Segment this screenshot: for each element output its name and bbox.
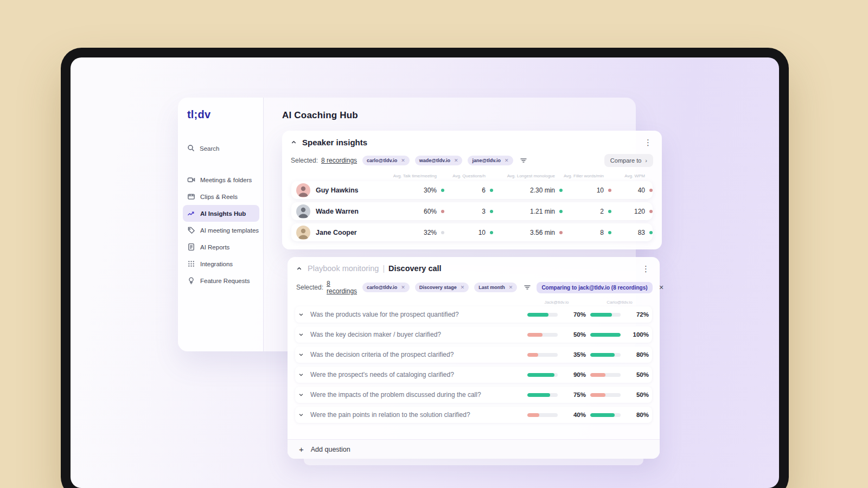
selected-count-link[interactable]: 8 recordings xyxy=(321,157,357,164)
metric-value: 10 xyxy=(597,187,604,194)
filter-chip[interactable]: carlo@tldv.io ✕ xyxy=(362,156,410,165)
avatar xyxy=(296,226,310,240)
metric-value: 83 xyxy=(638,229,645,236)
chip-close-icon[interactable]: ✕ xyxy=(401,158,405,163)
sidebar-item-meetings-folders[interactable]: Meetings & folders xyxy=(183,171,259,188)
question-text: Was the key decision maker / buyer clari… xyxy=(310,331,523,338)
chip-close-icon[interactable]: ✕ xyxy=(505,158,509,163)
chevron-down-icon[interactable] xyxy=(298,412,306,418)
progress-value: 40% xyxy=(562,412,586,418)
progress-bar xyxy=(527,413,558,417)
filter-chip[interactable]: jane@tldv.io ✕ xyxy=(468,156,513,165)
chevron-down-icon[interactable] xyxy=(298,392,306,397)
question-row[interactable]: Were the prospect's needs of cataloging … xyxy=(295,367,652,383)
avatar xyxy=(296,183,310,197)
question-row[interactable]: Was the key decision maker / buyer clari… xyxy=(295,326,652,343)
chevron-down-icon[interactable] xyxy=(298,312,306,317)
table-row[interactable]: Guy Hawkins 30% 6 2.30 min 10 40 xyxy=(291,181,653,199)
progress-value: 75% xyxy=(562,391,586,398)
status-dot xyxy=(649,210,653,213)
progress-value: 100% xyxy=(625,331,649,338)
filter-chip[interactable]: Discovery stage ✕ xyxy=(415,282,469,292)
metric-value: 10 xyxy=(478,229,486,236)
filter-chip[interactable]: wade@tldv.io ✕ xyxy=(415,156,463,165)
clapperboard-icon xyxy=(187,192,195,201)
question-row[interactable]: Were the pain points in relation to the … xyxy=(295,407,652,423)
playbook-header: Playbook monitoring | Discovery call ⋮ xyxy=(288,257,660,277)
question-row[interactable]: Was the decision criteria of the prospec… xyxy=(295,346,652,363)
column-header: Carlo@tldv.io xyxy=(590,300,649,305)
add-question-label: Add question xyxy=(311,446,350,453)
progress-bar xyxy=(590,333,621,337)
chevron-down-icon[interactable] xyxy=(298,372,306,377)
question-row[interactable]: Was the products value for the prospect … xyxy=(295,306,652,323)
sidebar-item-label: Clips & Reels xyxy=(200,194,238,200)
question-text: Were the impacts of the problem discusse… xyxy=(310,391,523,399)
status-dot xyxy=(649,189,653,192)
question-text: Was the decision criteria of the prospec… xyxy=(310,351,523,358)
sidebar-item-clips-reels[interactable]: Clips & Reels xyxy=(183,188,259,205)
chip-close-icon[interactable]: ✕ xyxy=(461,285,465,290)
collapse-chevron-up-icon[interactable] xyxy=(291,139,297,145)
comparing-chip[interactable]: Comparing to jack@tldv.io (8 recordings) xyxy=(537,282,652,293)
selected-label: Selected: xyxy=(296,284,323,291)
tag-icon xyxy=(187,226,195,234)
metric-value: 32% xyxy=(424,229,437,236)
table-row[interactable]: Jane Cooper 32% 10 3.56 min 8 83 xyxy=(291,223,653,241)
progress-bar xyxy=(590,353,621,357)
speaker-name: Guy Hawkins xyxy=(316,187,359,194)
sidebar-item-ai-meeting-templates[interactable]: AI meeting templates xyxy=(183,222,259,239)
filter-chip[interactable]: Last month ✕ xyxy=(474,282,517,292)
search-icon xyxy=(187,144,195,153)
progress-bar xyxy=(527,353,558,357)
add-question-button[interactable]: + Add question xyxy=(288,439,660,459)
question-list: Was the products value for the prospect … xyxy=(288,306,660,423)
selected-count-link[interactable]: 8 recordings xyxy=(327,280,357,295)
progress-bar xyxy=(527,373,558,377)
compare-to-button[interactable]: Compare to › xyxy=(604,154,653,167)
sidebar-item-integrations[interactable]: Integrations xyxy=(183,255,259,272)
chip-close-icon[interactable]: ✕ xyxy=(509,285,513,290)
chevron-right-icon: › xyxy=(645,157,647,164)
sidebar-item-label: Meetings & folders xyxy=(200,177,252,183)
chevron-down-icon[interactable] xyxy=(298,332,306,337)
speaker-name: Jane Cooper xyxy=(316,229,357,236)
question-row[interactable]: Were the impacts of the problem discusse… xyxy=(295,387,652,403)
report-icon xyxy=(187,243,195,251)
sidebar-item-feature-requests[interactable]: Feature Requests xyxy=(183,272,259,289)
chip-close-icon[interactable]: ✕ xyxy=(454,158,458,163)
table-row[interactable]: Wade Warren 60% 3 1.21 min 2 120 xyxy=(291,202,653,220)
speaker-insights-title: Speaker insights xyxy=(302,138,367,147)
filter-chip-label: Discovery stage xyxy=(419,285,457,290)
lightbulb-icon xyxy=(187,277,195,285)
progress-value: 50% xyxy=(625,391,649,398)
collapse-chevron-up-icon[interactable] xyxy=(296,266,302,272)
chevron-down-icon[interactable] xyxy=(298,352,306,357)
metric-value: 60% xyxy=(424,208,437,215)
filter-icon[interactable] xyxy=(520,157,527,164)
sidebar-item-label: AI meeting templates xyxy=(200,227,259,234)
sidebar-menu: Meetings & folders Clips & Reels AI Insi… xyxy=(183,171,259,289)
app-logo: tl;dv xyxy=(187,108,210,121)
progress-value: 50% xyxy=(625,371,649,378)
comparing-close-icon[interactable]: ✕ xyxy=(659,284,664,291)
search-button[interactable]: Search xyxy=(187,144,219,153)
progress-bar xyxy=(527,333,558,337)
metric-value: 2.30 min xyxy=(530,187,555,194)
kebab-menu-icon[interactable]: ⋮ xyxy=(643,138,653,146)
speaker-insights-header: Speaker insights ⋮ xyxy=(282,131,662,151)
filter-chip[interactable]: carlo@tldv.io ✕ xyxy=(362,282,410,292)
sidebar-item-ai-reports[interactable]: AI Reports xyxy=(183,239,259,255)
selected-label: Selected: xyxy=(291,157,318,164)
progress-bar xyxy=(527,313,558,317)
avatar xyxy=(296,204,310,219)
metric-value: 3 xyxy=(482,208,486,215)
speaker-table-columns: Avg. Talk time/meeting Avg. Questions/h … xyxy=(282,167,662,181)
playbook-title-muted: Playbook monitoring xyxy=(308,264,379,273)
kebab-menu-icon[interactable]: ⋮ xyxy=(641,265,651,273)
chip-close-icon[interactable]: ✕ xyxy=(401,285,405,290)
sidebar-item-label: Integrations xyxy=(200,261,233,267)
speaker-table: Guy Hawkins 30% 6 2.30 min 10 40 Wade Wa… xyxy=(282,181,662,241)
filter-icon[interactable] xyxy=(524,284,531,291)
sidebar-item-ai-insights-hub[interactable]: AI Insights Hub xyxy=(183,205,259,222)
